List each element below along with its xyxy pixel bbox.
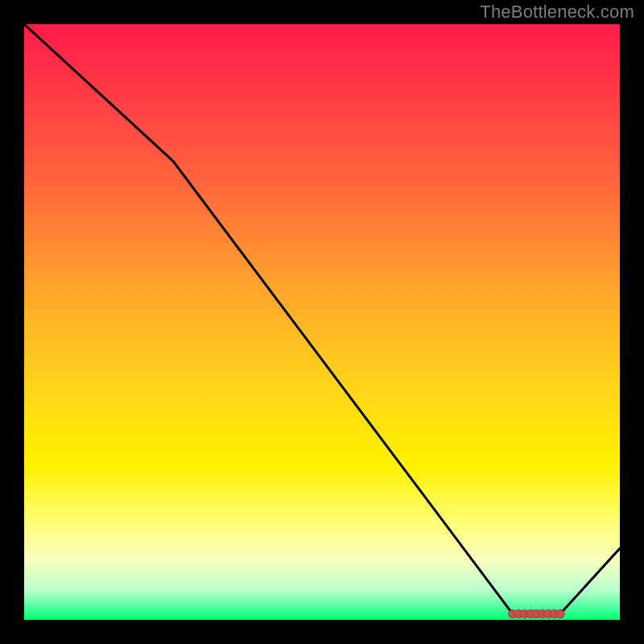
plot-area: [24, 24, 620, 620]
marker-dot: [556, 609, 564, 617]
marker-cluster: [509, 609, 565, 617]
line-series: [24, 24, 620, 614]
chart-frame: TheBottleneck.com: [0, 0, 644, 644]
attribution-label: TheBottleneck.com: [480, 2, 634, 23]
bottleneck-curve: [24, 24, 620, 620]
